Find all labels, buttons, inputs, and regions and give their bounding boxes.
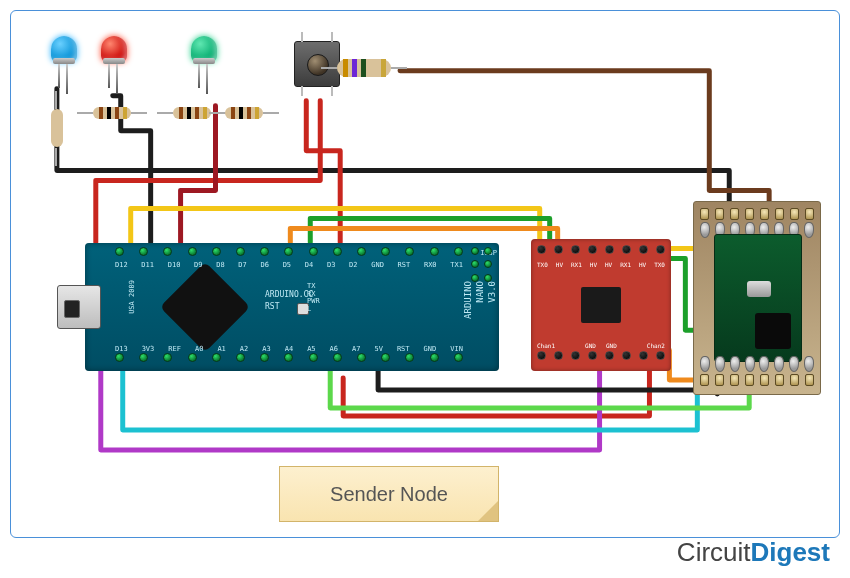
crystal-icon (747, 281, 771, 297)
icsp-header (471, 247, 495, 285)
lvl-labels-bot: Chan1GNDGNDChan2 (537, 342, 665, 349)
resistor-gnd-series (49, 91, 65, 166)
resistor-led-blue (77, 106, 147, 120)
rf-ic (755, 313, 791, 349)
lora-pads-top (700, 208, 814, 222)
led-green (189, 36, 219, 91)
pins-bottom-row (115, 353, 463, 367)
lvl-pins-bottom (537, 351, 665, 365)
led-blue (49, 36, 79, 91)
pins-top-row (115, 247, 463, 261)
l-led-label: L (307, 306, 320, 314)
lora-solder-bot (700, 356, 814, 374)
resistor-led-green (209, 106, 279, 120)
note-text: Sender Node (330, 483, 448, 506)
lvl-pins-top (537, 245, 665, 259)
lvl-labels-top: TX0HVRX1HVHVRX1HVTX0 (537, 261, 665, 268)
pullup-resistor (321, 57, 407, 79)
diagram-frame: USA 2009 ARDUINO.CC RST ARDUINO NANO V3.… (10, 10, 840, 538)
brand-right: Digest (751, 537, 830, 567)
brand-label: ARDUINO.CC (265, 291, 313, 299)
model-label-1: ARDUINO (463, 281, 473, 319)
rf-lora-module (693, 201, 821, 395)
brand-left: Circuit (677, 537, 751, 567)
pinlabels-top: D12D11D10D9D8D7D6D5D4D3D2GNDRSTRX0TX1 (115, 261, 463, 269)
logic-level-converter: TX0HVRX1HVHVRX1HVTX0 Chan1GNDGNDChan2 (531, 239, 671, 371)
origin-label: USA (128, 301, 136, 314)
diagram-title-note: Sender Node (279, 466, 499, 522)
year-label: 2009 (128, 280, 136, 297)
arduino-nano: USA 2009 ARDUINO.CC RST ARDUINO NANO V3.… (85, 243, 499, 371)
atmega-chip (160, 262, 251, 353)
lora-pcb (714, 234, 802, 362)
rst-silk: RST (265, 302, 279, 311)
led-red (99, 36, 129, 91)
pinlabels-bottom: D133V3REFA0A1A2A3A4A5A6A75VRSTGNDVIN (115, 345, 463, 353)
lvl-mosfet-array (581, 287, 621, 323)
usb-mini-connector (57, 285, 101, 329)
lora-pads-bot (700, 374, 814, 388)
watermark: CircuitDigest (677, 537, 830, 568)
